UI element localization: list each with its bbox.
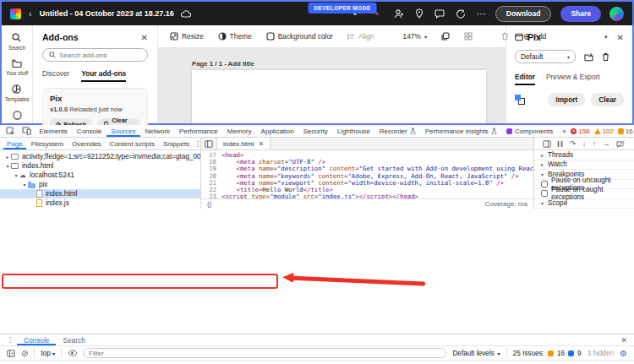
layers-icon[interactable]: [515, 95, 525, 105]
subtab-content-scripts[interactable]: Content scripts: [107, 138, 158, 149]
rail-item-templates[interactable]: Templates: [5, 84, 30, 102]
addons-search-input[interactable]: Search add-ons: [42, 48, 148, 62]
more-options-icon[interactable]: ⋯: [477, 8, 486, 19]
resize-button[interactable]: Resize: [170, 32, 204, 41]
rail-item-search[interactable]: Search: [8, 33, 25, 51]
theme-button[interactable]: Theme: [218, 32, 252, 41]
tab-discover[interactable]: Discover: [42, 69, 69, 82]
toggle-sidebar-icon[interactable]: [543, 140, 551, 148]
close-pix-panel-icon[interactable]: ✕: [617, 33, 624, 42]
tab-preview-export[interactable]: Preview & Export: [546, 73, 600, 85]
clear-button[interactable]: Clear: [591, 93, 624, 106]
devtools-tab-performance[interactable]: Performance: [174, 125, 222, 137]
clear-console-icon[interactable]: ⊘: [21, 349, 28, 358]
log-levels-select[interactable]: Default levels▾: [452, 350, 500, 357]
step-over-icon[interactable]: ↷: [570, 139, 577, 148]
tree-item-index.html[interactable]: index.html: [0, 189, 200, 198]
download-button[interactable]: Download: [495, 6, 552, 22]
delete-preset-icon[interactable]: [602, 52, 609, 62]
close-addons-icon[interactable]: ✕: [141, 33, 148, 42]
console-settings-icon[interactable]: ⚙: [620, 349, 627, 358]
save-preset-icon[interactable]: [584, 52, 593, 62]
section-threads[interactable]: ▸ Threads: [534, 150, 634, 160]
pretty-print-icon[interactable]: {}: [207, 200, 211, 208]
tree-arrow-icon[interactable]: ▾: [4, 163, 11, 169]
subtab-page[interactable]: Page: [3, 138, 26, 149]
add-collaborator-icon[interactable]: [394, 9, 404, 19]
issues-count-badge[interactable]: 16: [618, 128, 633, 135]
pause-script-icon[interactable]: [557, 140, 563, 148]
tree-item-pix[interactable]: ▾pix: [0, 180, 200, 189]
align-button[interactable]: Align: [347, 32, 374, 41]
pin-icon[interactable]: [415, 8, 424, 19]
subtab-filesystem[interactable]: Filesystem: [28, 138, 67, 149]
step-into-icon[interactable]: ↓: [582, 139, 587, 148]
hide-navigator-icon[interactable]: [201, 138, 216, 149]
devtools-tab-memory[interactable]: Memory: [222, 125, 256, 137]
rail-item-your-stuff[interactable]: Your stuff: [6, 59, 28, 76]
console-filter-input[interactable]: [83, 348, 446, 358]
drawer-tab-console[interactable]: Console: [17, 334, 56, 345]
share-button[interactable]: Share: [560, 6, 601, 22]
drawer-tab-search[interactable]: Search: [56, 334, 91, 345]
zoom-level[interactable]: 147% ▾: [403, 32, 427, 41]
preset-select[interactable]: Default ▾: [515, 50, 576, 63]
inspect-element-icon[interactable]: [3, 125, 19, 137]
back-chevron-icon[interactable]: ‹: [29, 8, 32, 19]
code-editor[interactable]: 17<head>18 <meta charset="UTF-8" />19 <m…: [201, 150, 534, 209]
duplicate-page-button[interactable]: [441, 32, 450, 41]
step-out-icon[interactable]: ↑: [593, 139, 597, 148]
devtools-tab-console[interactable]: Console: [72, 125, 106, 137]
live-expression-eye-icon[interactable]: [68, 350, 77, 356]
devtools-tab-recorder[interactable]: Recorder: [374, 125, 420, 137]
close-tab-icon[interactable]: ✕: [258, 140, 264, 148]
devtools-tab-elements[interactable]: Elements: [35, 125, 72, 137]
device-toolbar-icon[interactable]: [19, 125, 35, 137]
tree-item-index.js[interactable]: index.js: [0, 198, 200, 208]
rail-item-partial[interactable]: [13, 111, 22, 120]
devtools-tab-sources[interactable]: Sources: [107, 125, 140, 137]
canvas-area[interactable]: Page 1 / 1 - Add title: [158, 48, 506, 123]
document-page[interactable]: [192, 70, 486, 123]
pause-caught-checkbox[interactable]: Pause on caught exceptions: [534, 189, 634, 199]
import-button[interactable]: Import: [548, 93, 585, 106]
drawer-menu-icon[interactable]: ⋮: [3, 334, 17, 345]
devtools-tab-lighthouse[interactable]: Lighthouse: [332, 125, 374, 137]
devtools-tab-application[interactable]: Application: [256, 125, 298, 137]
tree-item-activity-fle[interactable]: ▸activity;fledge=1;src=9212252;type=invm…: [0, 152, 200, 161]
developer-mode-badge: DEVELOPER MODE: [308, 3, 376, 14]
page-label[interactable]: Page 1 / 1 - Add title: [192, 60, 254, 68]
hidden-messages-count[interactable]: 3 hidden: [588, 350, 614, 357]
tab-editor[interactable]: Editor: [515, 73, 535, 85]
console-sidebar-icon[interactable]: [7, 350, 15, 357]
error-count-badge[interactable]: ✕ 158: [571, 128, 589, 135]
tree-item-index.html[interactable]: ▾index.html: [0, 161, 200, 171]
editor-tab-index-html[interactable]: index.html ✕: [216, 138, 271, 149]
tree-arrow-icon[interactable]: ▾: [21, 182, 28, 187]
background-color-button[interactable]: Background color: [266, 32, 333, 41]
tree-arrow-icon[interactable]: ▾: [13, 172, 19, 178]
drawer-close-icon[interactable]: ✕: [614, 334, 634, 345]
comment-icon[interactable]: [435, 9, 445, 19]
user-avatar[interactable]: [609, 7, 624, 21]
tab-your-addons[interactable]: Your add-ons: [81, 69, 126, 82]
navigator-menu-icon[interactable]: ⋮: [194, 140, 201, 148]
grid-view-button[interactable]: [464, 32, 473, 41]
devtools-tab-network[interactable]: Network: [140, 125, 174, 137]
context-selector[interactable]: top ▾: [41, 350, 55, 357]
deactivate-breakpoints-icon[interactable]: [616, 140, 626, 148]
subtab-snippets[interactable]: Snippets: [160, 138, 193, 149]
tree-arrow-icon[interactable]: ▸: [4, 154, 11, 160]
more-tabs-icon[interactable]: »: [558, 125, 571, 137]
devtools-tab-components[interactable]: Components: [501, 125, 557, 137]
step-icon[interactable]: →: [603, 139, 610, 148]
collapse-panel-icon[interactable]: ▾: [604, 34, 608, 41]
version-history-icon[interactable]: [456, 9, 466, 19]
section-watch[interactable]: ▸ Watch: [534, 160, 634, 171]
warning-count-badge[interactable]: 102: [594, 128, 614, 135]
devtools-tab-performance-insights[interactable]: Performance insights: [420, 125, 501, 137]
subtab-overrides[interactable]: Overrides: [68, 138, 105, 149]
tree-item-localhost-52[interactable]: ▾☁localhost:5241: [0, 171, 200, 180]
issues-summary[interactable]: 25 Issues: 16 9: [513, 350, 582, 357]
devtools-tab-security[interactable]: Security: [298, 125, 332, 137]
